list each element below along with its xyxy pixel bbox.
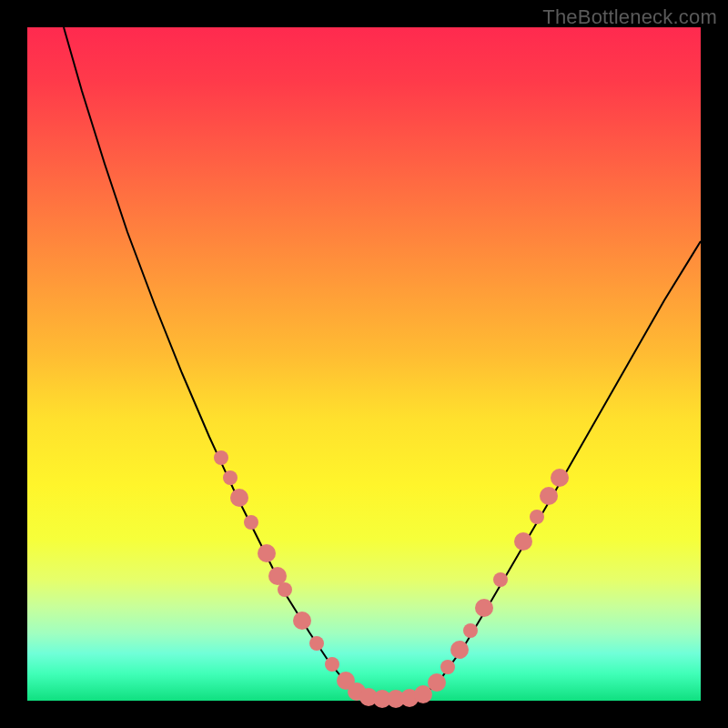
marker-dot: [278, 582, 292, 597]
marker-dot: [530, 510, 544, 524]
marker-dot: [551, 469, 569, 487]
marker-dot: [230, 489, 248, 507]
chart-frame: TheBottleneck.com: [0, 0, 728, 728]
marker-dot: [440, 660, 455, 674]
marker-dot: [268, 567, 287, 585]
marker-dot: [428, 673, 446, 692]
marker-dot: [325, 657, 339, 672]
marker-dot: [475, 599, 493, 617]
marker-dot: [540, 487, 558, 505]
marker-dot: [214, 450, 228, 465]
marker-dot: [244, 515, 258, 530]
marker-dot: [223, 470, 238, 485]
marker-dot: [463, 623, 478, 638]
curve-left: [64, 27, 359, 696]
marker-dot: [293, 612, 311, 630]
watermark-text: TheBottleneck.com: [542, 5, 717, 29]
marker-dot: [493, 572, 508, 587]
chart-svg: [27, 27, 701, 701]
curve-markers: [214, 450, 569, 708]
marker-dot: [258, 544, 276, 562]
marker-dot: [450, 641, 469, 659]
marker-dot: [514, 532, 532, 551]
marker-dot: [309, 636, 324, 651]
